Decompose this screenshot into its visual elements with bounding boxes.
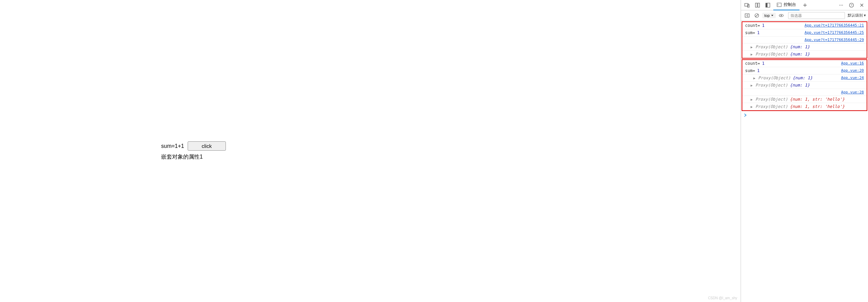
add-tab-icon[interactable] bbox=[800, 0, 810, 10]
source-link[interactable]: App.vue:16 bbox=[841, 61, 864, 66]
console-prompt[interactable] bbox=[741, 112, 868, 119]
context-label: top bbox=[764, 13, 770, 18]
live-expression-icon[interactable] bbox=[777, 11, 785, 20]
source-link[interactable]: App.vue?t=1717766356445:21 bbox=[805, 23, 864, 28]
log-group-2: count= 1 App.vue:16 sum= 1 App.vue:20 ▶P… bbox=[742, 59, 867, 111]
expand-icon[interactable]: ▶ bbox=[751, 52, 753, 56]
tab-console[interactable]: 控制台 bbox=[773, 0, 799, 10]
device-emulation-icon[interactable] bbox=[742, 0, 752, 10]
sidebar-toggle-icon[interactable] bbox=[743, 11, 751, 20]
console-toolbar: top 默认级别 ▾ bbox=[741, 10, 868, 21]
app-content: sum=1+1 click 嵌套对象的属性1 bbox=[161, 141, 226, 161]
svg-point-7 bbox=[839, 5, 840, 6]
source-link[interactable]: App.vue:24 bbox=[841, 76, 864, 80]
chevron-right-icon bbox=[744, 113, 747, 117]
log-object: ▶Proxy(Object) {num: 1} bbox=[742, 51, 867, 58]
log-row: App.vue:28 bbox=[742, 89, 867, 96]
expand-icon[interactable]: ▶ bbox=[753, 76, 755, 80]
source-link[interactable]: App.vue:20 bbox=[841, 68, 864, 73]
click-button[interactable]: click bbox=[188, 141, 226, 151]
context-selector[interactable]: top bbox=[762, 13, 776, 18]
svg-rect-6 bbox=[777, 3, 781, 7]
chevron-down-icon bbox=[771, 14, 774, 17]
expand-icon[interactable]: ▶ bbox=[751, 45, 753, 49]
nested-text: 嵌套对象的属性1 bbox=[161, 153, 226, 161]
tab-console-label: 控制台 bbox=[784, 2, 796, 8]
expand-icon[interactable]: ▶ bbox=[751, 98, 753, 101]
log-row: sum= 1 App.vue:20 bbox=[742, 67, 867, 74]
source-link[interactable]: App.vue?t=1717766356445:29 bbox=[805, 38, 864, 42]
svg-point-8 bbox=[841, 5, 841, 6]
svg-rect-2 bbox=[755, 3, 757, 7]
svg-point-9 bbox=[842, 5, 843, 6]
svg-text:?: ? bbox=[850, 3, 852, 7]
close-icon[interactable] bbox=[857, 0, 867, 10]
log-row: App.vue?t=1717766356445:29 bbox=[742, 37, 867, 43]
log-level-selector[interactable]: 默认级别 ▾ bbox=[848, 13, 866, 18]
page-main: sum=1+1 click 嵌套对象的属性1 CSDN @I_am_shy bbox=[0, 0, 741, 302]
log-object: ▶Proxy(Object) {num: 1, str: 'hello'} bbox=[742, 96, 867, 103]
svg-rect-3 bbox=[758, 3, 760, 7]
log-group-1: count= 1 App.vue?t=1717766356445:21 sum=… bbox=[742, 21, 867, 59]
sum-text: sum=1+1 bbox=[161, 143, 184, 149]
log-object: ▶Proxy(Object) {num: 1} bbox=[742, 43, 867, 51]
log-row: count= 1 App.vue?t=1717766356445:21 bbox=[742, 22, 867, 29]
log-object: ▶Proxy(Object) {num: 1, str: 'hello'} bbox=[742, 103, 867, 110]
more-icon[interactable] bbox=[836, 0, 846, 10]
elements-icon[interactable] bbox=[753, 0, 762, 10]
filter-input[interactable] bbox=[788, 12, 845, 19]
clear-console-icon[interactable] bbox=[753, 11, 761, 20]
expand-icon[interactable]: ▶ bbox=[751, 105, 753, 109]
dock-icon[interactable] bbox=[763, 0, 773, 10]
log-row: sum= 1 App.vue?t=1717766356445:25 bbox=[742, 29, 867, 37]
help-icon[interactable]: ? bbox=[847, 0, 856, 10]
log-row: ▶Proxy(Object) {num: 1} App.vue:24 bbox=[742, 74, 867, 82]
svg-rect-12 bbox=[745, 14, 749, 17]
watermark: CSDN @I_am_shy bbox=[708, 296, 737, 300]
devtools-panel: 控制台 ? top 默认级别 ▾ bbox=[741, 0, 868, 302]
console-output: count= 1 App.vue?t=1717766356445:21 sum=… bbox=[741, 21, 868, 302]
source-link[interactable]: App.vue:28 bbox=[841, 90, 864, 94]
source-link[interactable]: App.vue?t=1717766356445:25 bbox=[805, 30, 864, 35]
log-object: ▶Proxy(Object) {num: 1} bbox=[742, 82, 867, 89]
log-row: count= 1 App.vue:16 bbox=[742, 60, 867, 67]
svg-point-15 bbox=[781, 15, 782, 16]
expand-icon[interactable]: ▶ bbox=[751, 83, 753, 87]
devtools-tabs: 控制台 ? bbox=[741, 0, 868, 10]
svg-rect-5 bbox=[766, 3, 767, 7]
